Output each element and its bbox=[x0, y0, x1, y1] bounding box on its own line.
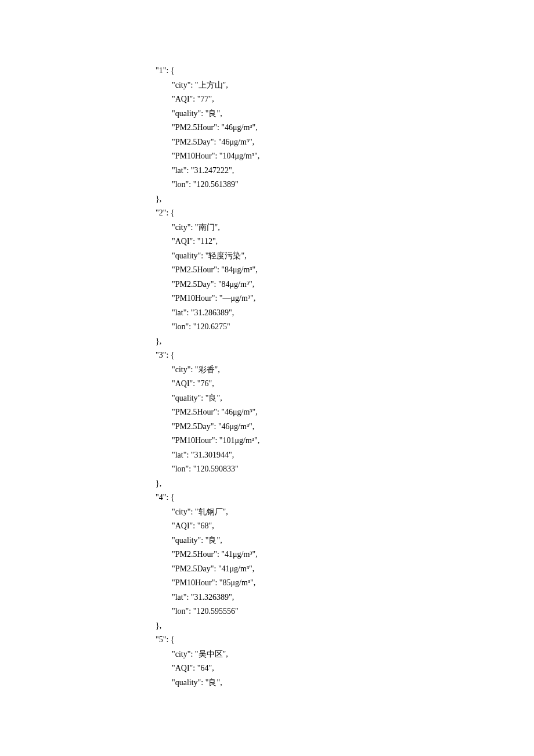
json-code-block: "1": { "city": "上方山", "AQI": "77", "qual… bbox=[0, 0, 534, 690]
